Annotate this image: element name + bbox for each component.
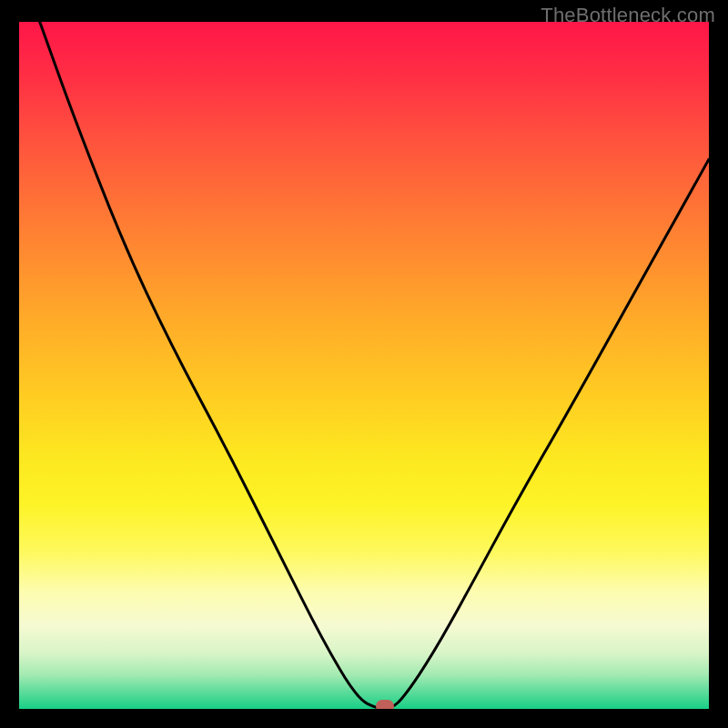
bottleneck-curve [19,22,709,709]
chart-frame: TheBottleneck.com [0,0,728,728]
bottleneck-marker [376,700,394,709]
plot-area [19,22,709,709]
watermark-text: TheBottleneck.com [541,4,715,27]
